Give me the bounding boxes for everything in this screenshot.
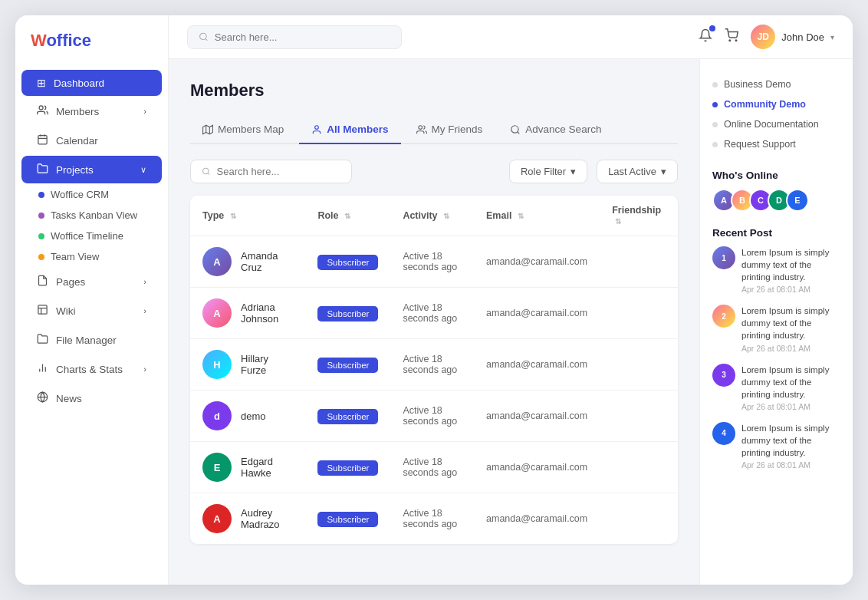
member-email-cell: amanda@caramail.com <box>474 236 600 288</box>
role-badge: Subscriber <box>317 358 378 373</box>
rp-link-online-docs[interactable]: Online Documentation <box>712 114 840 134</box>
member-name[interactable]: demo <box>241 410 266 422</box>
member-avatar: A <box>202 504 232 533</box>
member-email-cell: amanda@caramail.com <box>474 493 600 545</box>
rp-link-business-demo[interactable]: Business Demo <box>712 74 840 94</box>
member-avatar: H <box>202 350 232 379</box>
svg-point-24 <box>202 168 209 174</box>
member-activity-cell: Active 18 seconds ago <box>390 288 474 339</box>
sort-icon: ⇅ <box>615 217 621 226</box>
member-name[interactable]: Adriana Johnson <box>241 302 293 325</box>
right-panel-links: Business Demo Community Demo Online Docu… <box>712 74 840 154</box>
col-activity[interactable]: Activity ⇅ <box>390 196 474 236</box>
tab-label: Members Map <box>218 124 284 135</box>
rp-link-label: Request Support <box>724 139 796 150</box>
member-table: Type ⇅ Role ⇅ Activity ⇅ Email ⇅ Friends… <box>190 196 678 544</box>
member-name[interactable]: Amanda Cruz <box>241 250 293 273</box>
member-role-cell: Subscriber <box>305 236 390 288</box>
col-type[interactable]: Type ⇅ <box>190 196 305 236</box>
content-area: Members Members Map All Members My Frien… <box>169 59 853 585</box>
post-text: Lorem Ipsum is simply dummy text of the … <box>741 246 840 283</box>
sidebar-item-label: Dashboard <box>54 77 104 89</box>
rp-link-label: Community Demo <box>724 99 806 110</box>
col-friendship[interactable]: Friendship ⇅ <box>600 196 678 236</box>
svg-rect-1 <box>38 136 47 144</box>
recent-post-item: 1 Lorem Ipsum is simply dummy text of th… <box>712 246 840 294</box>
notifications-button[interactable] <box>699 28 712 46</box>
sidebar-item-news[interactable]: News <box>21 384 162 412</box>
sidebar-item-label: News <box>56 393 82 404</box>
sidebar-sub-item-tasks-kanban[interactable]: Tasks Kanban View <box>15 205 168 226</box>
sub-item-label: Team View <box>51 251 99 262</box>
member-name[interactable]: Edgard Hawke <box>241 456 293 479</box>
person-icon <box>311 124 322 135</box>
user-menu[interactable]: JD John Doe ▾ <box>751 25 834 49</box>
tab-my-friends[interactable]: My Friends <box>404 116 495 144</box>
svg-point-22 <box>511 125 518 132</box>
rp-link-community-demo[interactable]: Community Demo <box>712 94 840 114</box>
cart-icon <box>725 28 738 42</box>
role-filter-label: Role Filter <box>521 166 566 177</box>
member-email-cell: amanda@caramail.com <box>474 442 600 493</box>
member-name[interactable]: Audrey Madrazo <box>241 507 293 530</box>
member-role-cell: Subscriber <box>305 493 390 545</box>
member-role-cell: Subscriber <box>305 288 390 339</box>
last-active-filter-button[interactable]: Last Active ▾ <box>597 160 678 183</box>
sidebar-sub-item-woffice-crm[interactable]: Woffice CRM <box>15 184 168 205</box>
sidebar-item-wiki[interactable]: Wiki › <box>21 297 162 325</box>
sidebar-item-label: File Manager <box>56 335 117 346</box>
calendar-icon <box>37 134 48 147</box>
member-friendship-cell <box>600 236 678 288</box>
sidebar-item-pages[interactable]: Pages › <box>21 268 162 295</box>
tab-members-map[interactable]: Members Map <box>190 116 296 144</box>
role-filter-button[interactable]: Role Filter ▾ <box>509 160 587 183</box>
last-active-label: Last Active <box>608 166 656 177</box>
dot-icon <box>38 213 44 219</box>
tab-label: All Members <box>327 124 388 135</box>
svg-line-25 <box>208 173 209 175</box>
online-avatar: E <box>786 189 809 212</box>
sidebar-item-dashboard[interactable]: ⊞ Dashboard <box>21 70 162 96</box>
role-badge: Subscriber <box>317 512 378 527</box>
post-date: Apr 26 at 08:01 AM <box>741 402 840 411</box>
charts-icon <box>37 362 48 376</box>
topbar-search-input[interactable] <box>215 31 390 43</box>
sidebar-item-label: Calendar <box>56 135 98 147</box>
svg-point-21 <box>418 125 422 129</box>
col-role[interactable]: Role ⇅ <box>305 196 390 236</box>
rp-link-label: Business Demo <box>724 79 791 90</box>
post-date: Apr 26 at 08:01 AM <box>741 344 840 353</box>
sidebar-sub-item-team-view[interactable]: Team View <box>15 246 168 267</box>
sidebar-item-calendar[interactable]: Calendar <box>21 127 162 154</box>
svg-point-15 <box>729 40 731 41</box>
rp-link-request-support[interactable]: Request Support <box>712 134 840 154</box>
svg-point-16 <box>736 40 738 41</box>
news-icon <box>37 391 48 405</box>
table-search-box[interactable] <box>190 160 352 183</box>
friends-icon <box>416 124 427 135</box>
tab-all-members[interactable]: All Members <box>299 116 400 144</box>
topbar: JD John Doe ▾ <box>169 15 853 59</box>
search-icon <box>199 31 209 42</box>
sidebar-item-file-manager[interactable]: File Manager <box>21 326 162 354</box>
member-name[interactable]: Hillary Furze <box>241 353 293 376</box>
table-search-input[interactable] <box>217 166 340 177</box>
svg-point-0 <box>39 106 43 110</box>
sidebar-sub-item-woffice-timeline[interactable]: Woffice Timeline <box>15 226 168 246</box>
cart-button[interactable] <box>725 28 738 46</box>
sidebar-item-charts[interactable]: Charts & Stats › <box>21 355 162 383</box>
avatar: JD <box>751 25 775 49</box>
member-activity-cell: Active 18 seconds ago <box>390 391 474 442</box>
tab-label: My Friends <box>432 124 483 135</box>
topbar-search[interactable] <box>187 25 402 49</box>
tab-advance-search[interactable]: Advance Search <box>498 116 613 144</box>
sidebar-item-members[interactable]: Members › <box>21 97 162 125</box>
member-friendship-cell <box>600 391 678 442</box>
col-email[interactable]: Email ⇅ <box>474 196 600 236</box>
member-email-cell: amanda@caramail.com <box>474 391 600 442</box>
sidebar-item-projects[interactable]: Projects ∨ <box>21 156 162 183</box>
table-search-icon <box>202 166 211 176</box>
member-role-cell: Subscriber <box>305 442 390 493</box>
post-avatar: 1 <box>712 246 735 269</box>
dot-icon <box>712 142 718 147</box>
